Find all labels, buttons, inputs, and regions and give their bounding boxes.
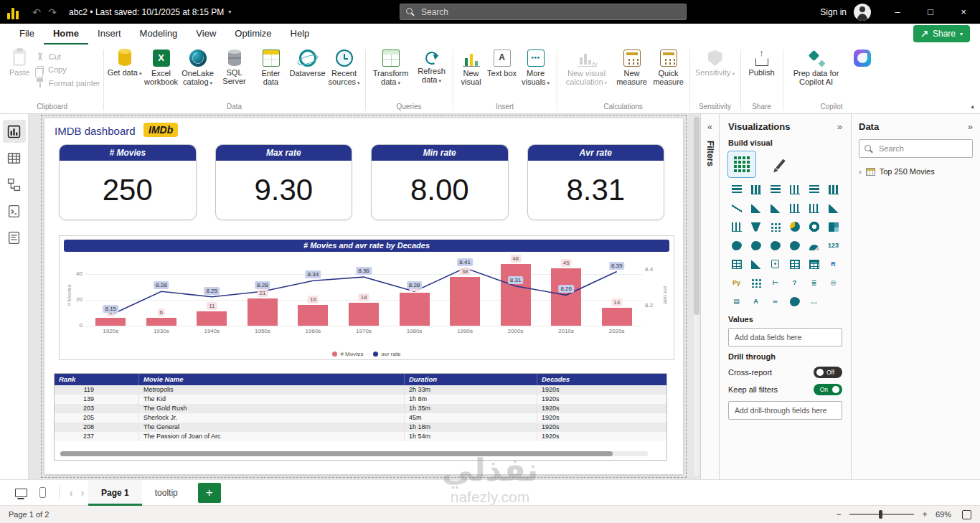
prep-data-for-copilot-button[interactable]: Prep data for Copilot AI	[786, 47, 847, 87]
redo-button[interactable]: ↷	[44, 6, 60, 18]
sensitivity-button[interactable]: Sensitivity▾	[693, 47, 738, 77]
legend-item-movies[interactable]: # Movies	[332, 351, 363, 357]
arcgis-map-icon[interactable]	[786, 293, 803, 309]
filled-map-icon[interactable]	[748, 237, 764, 253]
report-view-button[interactable]	[3, 120, 26, 143]
share-button[interactable]: Share ▾	[913, 25, 970, 42]
report-title[interactable]: IMDB dashboard	[55, 125, 136, 137]
table-row[interactable]: 237The Passion of Joan of Arc1h 54m1920s	[55, 432, 666, 441]
power-automate-icon[interactable]: ∞	[767, 293, 783, 309]
undo-button[interactable]: ↶	[29, 6, 44, 18]
data-search-input[interactable]	[877, 143, 967, 154]
table-row[interactable]: 203The Gold Rush1h 35m1920s	[55, 404, 666, 413]
canvas-vertical-scrollbar[interactable]	[694, 117, 699, 476]
maximize-button[interactable]: □	[914, 0, 947, 24]
table-icon[interactable]	[786, 256, 803, 272]
tab-insert[interactable]: Insert	[88, 25, 131, 44]
table-row[interactable]: 119Metropolis2h 33m1920s	[55, 385, 666, 395]
more-visual-options-icon[interactable]: …	[806, 293, 822, 309]
recent-sources-button[interactable]: Recent sources▾	[326, 47, 362, 87]
collapse-data-pane-icon[interactable]: »	[968, 121, 973, 132]
model-view-button[interactable]	[3, 173, 26, 196]
web-view-button[interactable]	[10, 483, 32, 503]
key-influencers-icon[interactable]	[748, 275, 764, 291]
quick-measure-button[interactable]: Quick measure	[651, 47, 687, 87]
stacked-column-chart-icon[interactable]	[748, 182, 764, 197]
hundred-percent-stacked-bar-chart-icon[interactable]	[806, 182, 822, 197]
dax-query-view-button[interactable]	[3, 199, 26, 222]
next-page-button[interactable]: ›	[77, 487, 88, 499]
map-icon[interactable]	[728, 237, 745, 253]
tab-view[interactable]: View	[187, 25, 225, 44]
dataverse-button[interactable]: Dataverse	[290, 47, 326, 77]
cut-button[interactable]: Cut	[35, 52, 61, 61]
page-tab-tooltip[interactable]: tooltip	[142, 480, 191, 506]
zoom-slider-handle[interactable]	[879, 510, 882, 519]
funnel-chart-icon[interactable]	[748, 219, 764, 235]
zoom-out-button[interactable]: −	[834, 509, 843, 519]
table-row[interactable]: 139The Kid1h 8m1920s	[55, 395, 666, 404]
text-box-button[interactable]: Text box	[487, 47, 517, 77]
tab-home[interactable]: Home	[44, 25, 88, 44]
qa-visual-icon[interactable]: ?	[786, 275, 803, 291]
card-num-movies[interactable]: # Movies 250	[59, 144, 197, 220]
card-icon[interactable]: 123	[825, 237, 842, 253]
previous-page-button[interactable]: ‹	[65, 487, 77, 499]
tab-optimize[interactable]: Optimize	[225, 25, 281, 44]
page-tab-page-1[interactable]: Page 1	[88, 480, 142, 506]
table-view-button[interactable]	[3, 146, 26, 169]
new-visual-button[interactable]: New visual	[456, 47, 486, 87]
card-max-rate[interactable]: Max rate 9.30	[215, 144, 353, 220]
new-visual-calculation-button[interactable]: New visual calculation▾	[560, 47, 613, 87]
table-row[interactable]: 205Sherlock Jr.45m1920s	[55, 413, 666, 423]
column-header-movie-name[interactable]: Movie Name	[139, 374, 405, 385]
expand-filters-icon[interactable]: «	[707, 121, 712, 132]
smart-narrative-icon[interactable]: ≣	[806, 275, 822, 291]
treemap-icon[interactable]	[825, 219, 842, 235]
paginated-report-icon[interactable]: ▤	[728, 293, 745, 309]
stacked-bar-chart-icon[interactable]	[728, 182, 745, 197]
clustered-bar-chart-icon[interactable]	[767, 182, 783, 197]
account-avatar-icon[interactable]	[854, 4, 871, 21]
collapse-ribbon-button[interactable]: ▴	[971, 103, 974, 110]
slicer-icon[interactable]: ▾	[767, 256, 783, 272]
enter-data-button[interactable]: Enter data	[253, 47, 289, 87]
hundred-percent-stacked-column-chart-icon[interactable]	[825, 182, 842, 197]
table-row[interactable]: 208The General1h 18m1920s	[55, 423, 666, 432]
kpi-icon[interactable]	[748, 256, 764, 272]
azure-map-icon[interactable]	[767, 237, 783, 253]
transform-data-button[interactable]: Transform data▾	[369, 47, 413, 87]
minimize-button[interactable]: –	[881, 0, 914, 24]
shape-map-icon[interactable]	[786, 237, 803, 253]
copilot-button[interactable]	[847, 47, 877, 67]
tab-file[interactable]: File	[10, 25, 44, 44]
column-header-rank[interactable]: Rank	[55, 374, 139, 385]
onelake-catalog-button[interactable]: OneLake catalog▾	[180, 47, 216, 87]
fit-to-page-icon[interactable]	[962, 510, 971, 519]
clustered-column-chart-icon[interactable]	[786, 182, 803, 197]
multi-row-card-icon[interactable]	[728, 256, 745, 272]
tab-modeling[interactable]: Modeling	[131, 25, 187, 44]
waterfall-chart-icon[interactable]	[728, 219, 745, 235]
sign-in-link[interactable]: Sign in	[820, 7, 847, 17]
metrics-icon[interactable]: ◎	[825, 275, 842, 291]
table-field-top-250-movies[interactable]: › Top 250 Movies	[859, 167, 973, 176]
matrix-icon[interactable]	[806, 256, 822, 272]
paste-button[interactable]: Paste	[4, 47, 34, 77]
sql-server-button[interactable]: SQL Server	[217, 47, 253, 86]
report-canvas[interactable]: IMDB dashboard IMDb # Movies 250 Max rat…	[29, 114, 700, 479]
mobile-view-button[interactable]	[32, 483, 53, 503]
document-title[interactable]: abc2 • Last saved: 10/1/2025 at 8:15 PM …	[69, 7, 231, 17]
data-search[interactable]	[859, 139, 973, 158]
build-visual-tab[interactable]	[728, 151, 755, 177]
card-min-rate[interactable]: Min rate 8.00	[371, 144, 509, 220]
area-chart-icon[interactable]	[748, 200, 764, 216]
r-script-visual-icon[interactable]: R	[825, 256, 842, 272]
add-data-fields-well[interactable]: Add data fields here	[728, 328, 842, 347]
scrollbar-thumb[interactable]	[60, 451, 613, 456]
gauge-icon[interactable]	[806, 237, 822, 253]
combo-chart-visual[interactable]: # Movies and avr rate by Decades # Movie…	[59, 235, 674, 360]
format-visual-tab[interactable]	[767, 151, 794, 177]
publish-button[interactable]: Publish	[744, 47, 780, 77]
close-button[interactable]: ×	[947, 0, 980, 24]
